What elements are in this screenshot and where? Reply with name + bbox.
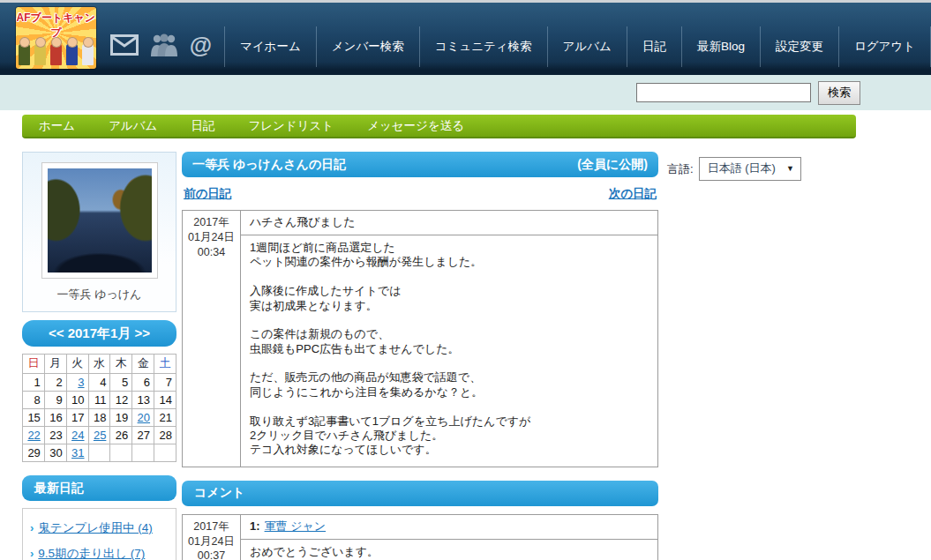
profile-photo [48,168,152,273]
calendar-day-link[interactable]: 20 [138,411,150,424]
calendar-day: 8 [23,392,45,409]
main-column: 一等兵 ゆっけんさんの日記 (全員に公開) 前の日記 次の日記 2017年 01… [182,152,658,560]
language-selected-value: 日本語 (日本) [708,161,776,176]
comment-number: 1: [250,519,260,533]
topnav-item-0[interactable]: マイホーム [224,26,316,67]
top-header-bar: AFブートキャンプ [0,0,931,75]
calendar-day: 5 [110,374,132,392]
topnav-item-5[interactable]: 最新Blog [681,26,760,67]
calendar-day: 23 [44,427,66,444]
sidebar: 一等兵 ゆっけん << 2017年1月 >> 日月火水木金土 123456789… [22,152,176,560]
latest-diary-item: ›9.5期の走り出し (7) [30,546,170,560]
calendar-day-link[interactable]: 31 [71,446,84,459]
search-input[interactable] [636,83,811,102]
calendar-day: 19 [110,409,132,427]
subnav-item-2[interactable]: 日記 [174,118,231,134]
topnav-item-1[interactable]: メンバー検索 [316,26,419,67]
comment-author-link[interactable]: 軍曹 ジャン [265,519,327,533]
diary-entry-content: ハチさん飛びました 1週間ほど前に商品選定した ペット関連の案件から報酬が発生し… [241,211,657,467]
subnav-item-3[interactable]: フレンドリスト [231,118,350,134]
language-column: 言語: 日本語 (日本) ▼ [667,152,801,181]
site-logo-text: AFブートキャンプ [16,11,96,41]
topnav-item-6[interactable]: 設定変更 [760,26,838,67]
chevron-down-icon: ▼ [786,164,794,173]
logo-character [19,44,30,65]
topnav-item-2[interactable]: コミュニティ検索 [419,26,547,67]
latest-diary-link-0[interactable]: 鬼テンプレ使用中 (4) [38,521,153,534]
calendar-day: 25 [88,427,110,444]
site-logo[interactable]: AFブートキャンプ [16,7,96,69]
calendar-day: 22 [23,427,45,444]
calendar-weekday: 水 [88,355,110,374]
search-button[interactable]: 検索 [818,81,860,105]
next-diary-link[interactable]: 次の日記 [609,186,657,202]
latest-diary-item: ›鬼テンプレ使用中 (4) [30,520,170,536]
diary-entry-date: 2017年 01月24日 00:34 [183,211,241,467]
topnav-item-3[interactable]: アルバム [547,26,627,67]
calendar-day [132,444,154,462]
language-select[interactable]: 日本語 (日本) ▼ [699,157,801,181]
members-icon[interactable] [149,34,179,56]
calendar-day: 4 [88,374,110,392]
logo-character [34,44,46,65]
latest-diary-header: 最新日記 [22,475,176,501]
calendar-day: 11 [88,392,110,409]
calendar-day: 13 [132,392,154,409]
at-icon[interactable]: @ [190,34,212,56]
profile-photo-frame[interactable] [41,162,158,279]
diary-title: 一等兵 ゆっけんさんの日記 [192,157,346,173]
calendar-day-link[interactable]: 3 [78,376,84,389]
prev-diary-link[interactable]: 前の日記 [184,186,231,202]
logo-character [50,44,62,65]
calendar-day [88,444,110,462]
calendar: 日月火水木金土 12345678910111213141516171819202… [22,354,176,462]
calendar-weekday: 木 [110,355,132,374]
subnav-item-0[interactable]: ホーム [22,118,92,134]
calendar-day: 10 [66,392,88,409]
topnav-item-4[interactable]: 日記 [627,26,681,67]
calendar-day: 12 [110,392,132,409]
list-bullet-arrow-icon: › [30,521,34,534]
calendar-day: 2 [44,374,66,392]
comments-header: コメント [182,481,658,506]
list-bullet-arrow-icon: › [30,547,34,560]
profile-navigation: ホームアルバム日記フレンドリストメッセージを送る [22,115,856,138]
profile-name: 一等兵 ゆっけん [33,287,166,302]
calendar-day: 24 [66,427,88,444]
calendar-day: 29 [23,444,45,462]
calendar-weekday: 月 [44,355,66,374]
diary-entry: 2017年 01月24日 00:34 ハチさん飛びました 1週間ほど前に商品選定… [182,210,658,467]
calendar-day: 9 [44,392,66,409]
diary-entry-title: ハチさん飛びました [241,211,657,235]
calendar-weekday: 土 [154,355,176,374]
calendar-day [154,444,176,462]
header-icon-group: @ [110,22,212,68]
profile-card: 一等兵 ゆっけん [22,152,176,312]
mail-icon[interactable] [110,34,139,56]
calendar-day-link[interactable]: 24 [71,429,84,442]
comment-date: 2017年 01月24日 00:37 [183,515,241,560]
comment-title-row: 1:軍曹 ジャン [241,515,657,540]
calendar-day: 26 [110,427,132,444]
subnav-item-4[interactable]: メッセージを送る [350,118,481,134]
calendar-day: 20 [132,409,154,427]
search-strip: 検索 [0,75,931,110]
calendar-month-nav-button[interactable]: << 2017年1月 >> [22,320,176,347]
topnav-item-7[interactable]: ログアウト [838,26,931,67]
calendar-day: 17 [66,409,88,427]
calendar-day-link[interactable]: 25 [94,429,106,442]
calendar-day-link[interactable]: 22 [27,429,40,442]
calendar-day: 30 [44,444,66,462]
calendar-day: 14 [154,392,176,409]
language-row: 言語: 日本語 (日本) ▼ [667,157,801,181]
calendar-day: 1 [23,374,45,392]
calendar-day: 18 [88,409,110,427]
subnav-item-1[interactable]: アルバム [92,118,174,134]
logo-character [82,44,94,65]
calendar-day: 21 [154,409,176,427]
calendar-day: 27 [132,427,154,444]
comment-row: 2017年 01月24日 00:37 1:軍曹 ジャン おめでとうございます。 … [182,514,658,560]
content-area: 一等兵 ゆっけん << 2017年1月 >> 日月火水木金土 123456789… [22,152,931,560]
latest-diary-link-1[interactable]: 9.5期の走り出し (7) [38,547,145,560]
calendar-day: 15 [23,409,45,427]
